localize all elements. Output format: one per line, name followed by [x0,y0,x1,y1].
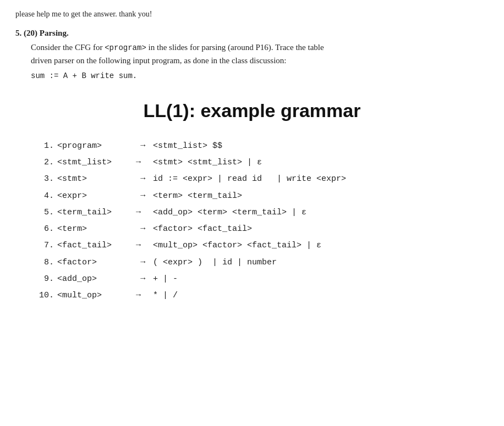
section-title: LL(1): example grammar [15,100,489,121]
rule-num-2: 2. [37,156,54,170]
rule-lhs-4: <expr> [57,189,134,203]
grammar-list: 1. <program> → <stmt_list> $$ 2. <stmt_l… [37,138,489,303]
rule-rhs-6: <factor> <fact_tail> [153,222,252,236]
rule-rhs-5: <add_op> <term> <term_tail> | ε [153,206,306,220]
rule-lhs-10: <mult_op> [57,289,134,303]
rule-arrow-6: → [134,221,150,235]
rule-num-3: 3. [37,172,54,186]
rule-rhs-4: <term> <term_tail> [153,189,242,203]
rule-lhs-9: <add_op> [57,272,134,286]
question-number: 5. (20) Parsing. [15,29,489,38]
rule-num-10: 10. [37,289,54,303]
rule-lhs-1: <program> [57,139,134,153]
rule-arrow-4: → [134,188,150,202]
rule-lhs-2: <stmt_list> [57,156,134,170]
question-desc-line2: driven parser on the following input pro… [31,56,287,65]
question-desc-part2: in the slides for parsing (around P16). … [146,43,324,52]
grammar-row-1: 1. <program> → <stmt_list> $$ [37,138,489,153]
rule-arrow-2: → [134,154,150,169]
rule-arrow-8: → [134,255,150,269]
rule-rhs-9: + | - [153,272,178,286]
rule-num-1: 1. [37,139,54,153]
rule-arrow-7: → [134,237,150,252]
grammar-row-3: 3. <stmt> → id := <expr> | read id | wri… [37,171,489,186]
question-block: 5. (20) Parsing. Consider the CFG for <p… [15,29,489,80]
grammar-row-2: 2. <stmt_list> → <stmt> <stmt_list> | ε [37,154,489,170]
rule-num-7: 7. [37,239,54,253]
rule-rhs-3: id := <expr> | read id | write <expr> [153,172,346,186]
grammar-row-10: 10. <mult_op> → * | / [37,287,489,303]
grammar-row-4: 4. <expr> → <term> <term_tail> [37,188,489,203]
rule-rhs-8: ( <expr> ) | id | number [153,256,277,270]
rule-lhs-5: <term_tail> [57,206,134,220]
rule-rhs-7: <mult_op> <factor> <fact_tail> | ε [153,239,321,253]
rule-num-6: 6. [37,222,54,236]
question-num: 5. [15,29,21,37]
rule-arrow-10: → [134,287,150,302]
intro-text: please help me to get the answer. thank … [15,10,489,19]
grammar-row-7: 7. <fact_tail> → <mult_op> <factor> <fac… [37,237,489,253]
rule-num-5: 5. [37,206,54,220]
question-points: (20) [24,29,37,37]
rule-arrow-3: → [134,171,150,185]
rule-num-8: 8. [37,256,54,270]
question-body: Consider the CFG for <program> in the sl… [31,41,489,67]
code-line: sum := A + B write sum. [31,71,489,80]
rule-rhs-10: * | / [153,289,178,303]
question-topic: Parsing. [40,29,69,37]
grammar-row-9: 9. <add_op> → + | - [37,271,489,286]
grammar-row-6: 6. <term> → <factor> <fact_tail> [37,221,489,236]
rule-lhs-7: <fact_tail> [57,239,134,253]
grammar-row-8: 8. <factor> → ( <expr> ) | id | number [37,255,489,270]
rule-lhs-3: <stmt> [57,172,134,186]
rule-lhs-6: <term> [57,222,134,236]
grammar-row-5: 5. <term_tail> → <add_op> <term> <term_t… [37,204,489,220]
rule-rhs-2: <stmt> <stmt_list> | ε [153,156,262,170]
rule-arrow-5: → [134,204,150,219]
question-desc-part1: Consider the CFG for [31,43,105,52]
rule-arrow-9: → [134,271,150,285]
rule-rhs-1: <stmt_list> $$ [153,139,222,153]
rule-arrow-1: → [134,138,150,152]
program-tag: <program> [105,43,146,52]
rule-num-9: 9. [37,272,54,286]
rule-lhs-8: <factor> [57,256,134,270]
rule-num-4: 4. [37,189,54,203]
